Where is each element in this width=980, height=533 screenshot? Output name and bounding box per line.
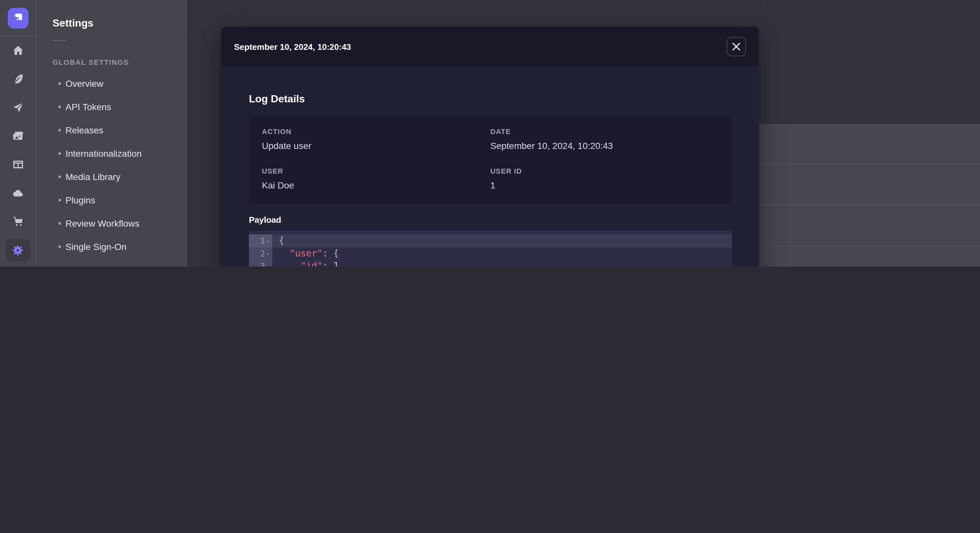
page-title: Settings xyxy=(52,17,186,29)
detail-label: USER ID xyxy=(490,167,719,175)
cart-icon xyxy=(5,211,30,233)
close-button[interactable] xyxy=(727,37,746,56)
media-library-icon xyxy=(5,125,30,147)
sidebar-item-plugins[interactable]: Plugins xyxy=(36,189,186,212)
gutter-cell[interactable]: 2⌄ xyxy=(249,247,272,260)
bullet-icon xyxy=(58,152,61,155)
rail-item-cart[interactable] xyxy=(0,207,36,236)
sidebar-item-label: Transfer Tokens xyxy=(65,265,130,266)
log-details-modal: September 10, 2024, 10:20:43 Log Details… xyxy=(221,27,759,266)
layout-icon xyxy=(5,154,30,176)
gutter-cell[interactable]: 3 xyxy=(249,260,272,266)
token-n: 1 xyxy=(334,260,339,266)
code-line-3: 3 "id": 1, xyxy=(249,260,732,266)
detail-label: ACTION xyxy=(262,128,490,135)
log-details-card: ACTION Update userDATE September 10, 202… xyxy=(249,115,732,204)
rail-icon-list xyxy=(0,36,36,264)
cloud-icon xyxy=(5,182,30,204)
gutter-cell[interactable]: 1⌄ xyxy=(249,235,272,247)
detail-value: 1 xyxy=(490,180,719,190)
gear-icon xyxy=(5,239,30,261)
modal-header: September 10, 2024, 10:20:43 xyxy=(221,27,759,67)
detail-label: USER xyxy=(262,167,490,175)
logo-section xyxy=(0,0,36,36)
bullet-icon xyxy=(58,129,61,132)
bullet-icon xyxy=(58,199,61,201)
token-k: "user" xyxy=(290,248,323,258)
feather-icon xyxy=(5,68,30,90)
detail-value: Kai Doe xyxy=(262,180,490,190)
sidebar-item-api-tokens[interactable]: API Tokens xyxy=(36,95,186,119)
nav-item-list: Overview API Tokens Releases Internation… xyxy=(36,72,186,266)
detail-value: Update user xyxy=(262,141,490,151)
code-text: { xyxy=(272,235,732,247)
home-icon xyxy=(5,40,30,62)
rail-item-layout[interactable] xyxy=(0,150,36,179)
code-line-1: 1⌄{ xyxy=(249,235,732,247)
token-p: : xyxy=(323,260,334,266)
sidebar-item-overview[interactable]: Overview xyxy=(36,72,186,95)
strapi-settings-screen: KD Settings GLOBAL SETTINGS Overview API… xyxy=(0,0,980,266)
sidebar-item-label: Overview xyxy=(65,78,103,89)
sidebar-item-label: Internationalization xyxy=(65,148,142,159)
detail-field-action: ACTION Update user xyxy=(262,128,490,151)
bullet-icon xyxy=(58,222,61,225)
log-details-heading: Log Details xyxy=(249,93,732,105)
strapi-logo[interactable] xyxy=(8,8,28,28)
rail-item-media-library[interactable] xyxy=(0,122,36,150)
sidebar-item-label: Releases xyxy=(65,125,103,135)
detail-field-user-id: USER ID 1 xyxy=(490,167,719,190)
sidebar-item-internationalization[interactable]: Internationalization xyxy=(36,142,186,165)
line-number: 2 xyxy=(260,247,265,260)
rail-item-gear[interactable] xyxy=(0,236,36,264)
send-icon xyxy=(5,97,30,119)
rail-item-home[interactable] xyxy=(0,36,36,65)
detail-field-user: USER Kai Doe xyxy=(262,167,490,190)
token-p: { xyxy=(279,235,284,246)
token-k: "id" xyxy=(301,260,322,266)
detail-label: DATE xyxy=(490,128,719,135)
sidebar-item-transfer-tokens[interactable]: Transfer Tokens xyxy=(36,259,186,266)
token-p: , xyxy=(339,260,344,266)
bullet-icon xyxy=(58,82,61,85)
sidebar-item-media-library[interactable]: Media Library xyxy=(36,165,186,189)
code-text: "id": 1, xyxy=(272,260,732,266)
sidebar-item-label: API Tokens xyxy=(65,102,111,112)
fold-chevron-icon[interactable]: ⌄ xyxy=(265,246,271,259)
close-icon xyxy=(732,43,740,51)
line-number: 3 xyxy=(260,260,265,266)
code-text: "user": { xyxy=(272,247,732,260)
bullet-icon xyxy=(58,246,61,248)
settings-nav-sections: GLOBAL SETTINGS Overview API Tokens Rele… xyxy=(36,58,186,266)
rail-item-cloud[interactable] xyxy=(0,179,36,207)
token-p: : { xyxy=(323,248,339,258)
settings-subnav: Settings GLOBAL SETTINGS Overview API To… xyxy=(36,0,186,266)
main-nav-rail: KD xyxy=(0,0,36,266)
fold-chevron-icon[interactable]: ⌄ xyxy=(265,234,271,246)
title-divider xyxy=(52,40,66,41)
rail-item-feather[interactable] xyxy=(0,65,36,93)
sidebar-item-label: Media Library xyxy=(65,171,121,182)
sidebar-item-single-sign-on[interactable]: Single Sign-On xyxy=(36,235,186,259)
sidebar-item-label: Review Workflows xyxy=(65,218,139,228)
sidebar-item-review-workflows[interactable]: Review Workflows xyxy=(36,212,186,235)
bullet-icon xyxy=(58,176,61,178)
sidebar-item-label: Single Sign-On xyxy=(65,241,126,252)
nav-section-label: GLOBAL SETTINGS xyxy=(52,58,186,66)
payload-label: Payload xyxy=(249,215,732,225)
code-line-2: 2⌄ "user": { xyxy=(249,247,732,260)
strapi-logo-icon xyxy=(12,12,23,23)
modal-title: September 10, 2024, 10:20:43 xyxy=(234,42,351,51)
modal-body: Log Details ACTION Update userDATE Septe… xyxy=(221,67,759,266)
detail-field-date: DATE September 10, 2024, 10:20:43 xyxy=(490,128,719,151)
detail-value: September 10, 2024, 10:20:43 xyxy=(490,141,719,151)
sidebar-item-label: Plugins xyxy=(65,195,95,205)
sidebar-item-releases[interactable]: Releases xyxy=(36,119,186,142)
payload-code-lines: 1⌄{2⌄ "user": {3 "id": 1,4 "documentId":… xyxy=(249,230,732,266)
rail-item-send[interactable] xyxy=(0,93,36,122)
payload-code-block[interactable]: 1⌄{2⌄ "user": {3 "id": 1,4 "documentId":… xyxy=(249,230,732,266)
line-number: 1 xyxy=(260,235,265,247)
bullet-icon xyxy=(58,106,61,108)
